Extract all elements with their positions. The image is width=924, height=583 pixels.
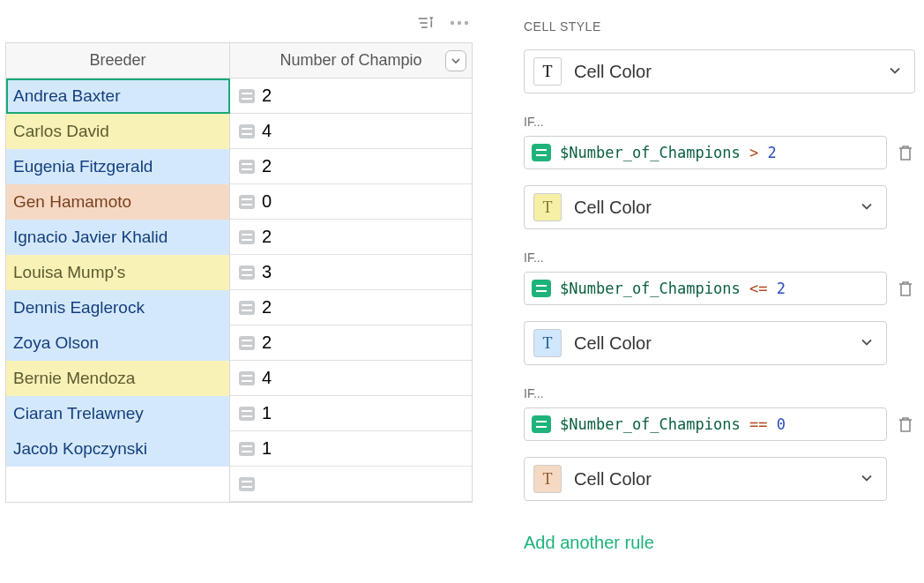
champions-cell[interactable]: 4 [230, 361, 472, 395]
formula-icon [532, 415, 551, 433]
champions-cell[interactable]: 2 [230, 149, 472, 183]
condition-text: $Number_of_Champions > 2 [560, 144, 777, 161]
cell-style-panel: CELL STYLE T Cell Color IF...$Number_of_… [481, 0, 924, 583]
breeder-cell[interactable]: Dennis Eaglerock [6, 290, 230, 325]
breeder-cell[interactable]: Zoya Olson [6, 325, 230, 361]
champions-cell[interactable]: 2 [230, 325, 472, 360]
column-header-label: Number of Champio [279, 51, 421, 70]
text-swatch-icon: T [533, 465, 562, 493]
formula-icon [532, 144, 551, 161]
table-row: Ciaran Trelawney1 [6, 396, 472, 431]
add-rule-button[interactable]: Add another rule [524, 533, 654, 553]
delete-rule-button[interactable] [896, 415, 915, 433]
reference-icon [239, 477, 255, 491]
grid-header-row: Breeder Number of Champio [6, 43, 472, 78]
champions-cell[interactable]: 3 [230, 255, 472, 289]
champions-cell[interactable]: 2 [230, 290, 472, 325]
reference-icon [239, 336, 255, 350]
column-header-label: Breeder [89, 51, 145, 70]
table-row: Andrea Baxter2 [6, 78, 472, 114]
reference-icon [239, 230, 255, 244]
condition-row: $Number_of_Champions > 2 [524, 136, 915, 169]
champions-cell[interactable]: 0 [230, 184, 472, 219]
reference-icon [239, 265, 255, 280]
condition-input[interactable]: $Number_of_Champions > 2 [524, 136, 887, 169]
breeder-cell[interactable]: Louisa Mump's [6, 255, 230, 290]
table-row: Bernie Mendoza4 [6, 361, 472, 396]
conditional-rule: IF...$Number_of_Champions == 0TCell Colo… [524, 386, 915, 501]
reference-icon [239, 160, 255, 174]
champions-cell-empty[interactable] [230, 467, 472, 501]
champions-cell[interactable]: 2 [230, 220, 472, 254]
table-row: Louisa Mump's3 [6, 255, 472, 290]
champions-cell[interactable]: 1 [230, 396, 472, 430]
condition-input[interactable]: $Number_of_Champions <= 2 [524, 272, 887, 305]
breeder-cell[interactable]: Bernie Mendoza [6, 361, 230, 396]
condition-text: $Number_of_Champions == 0 [560, 415, 786, 433]
condition-input[interactable]: $Number_of_Champions == 0 [524, 407, 887, 441]
breeder-cell[interactable]: Ignacio Javier Khalid [6, 220, 230, 255]
table-row: Gen Hamamoto0 [6, 184, 472, 220]
breeder-cell[interactable]: Carlos David [6, 114, 230, 149]
breeder-cell-empty[interactable] [6, 467, 230, 502]
filter-icon[interactable] [416, 14, 436, 32]
champions-value: 3 [262, 262, 272, 282]
reference-icon [239, 407, 255, 421]
reference-icon [239, 124, 255, 138]
table-row: Dennis Eaglerock2 [6, 290, 472, 325]
champions-cell[interactable]: 1 [230, 431, 472, 466]
column-header-breeder[interactable]: Breeder [6, 43, 230, 78]
column-menu-button[interactable] [445, 50, 466, 71]
select-label: Cell Color [574, 198, 652, 218]
delete-rule-button[interactable] [896, 280, 915, 297]
svg-point-6 [465, 21, 468, 25]
default-style-select[interactable]: T Cell Color [524, 49, 915, 93]
champions-value: 2 [262, 333, 272, 353]
data-grid: Breeder Number of Champio Andrea Baxter2… [5, 42, 473, 503]
table-row: Carlos David4 [6, 114, 472, 149]
condition-text: $Number_of_Champions <= 2 [560, 280, 786, 297]
condition-row: $Number_of_Champions == 0 [524, 407, 915, 441]
table-row: Zoya Olson2 [6, 325, 472, 361]
select-label: Cell Color [574, 62, 652, 82]
select-label: Cell Color [574, 469, 652, 490]
table-row: Jacob Kopczynski1 [6, 431, 472, 467]
data-grid-pane: Breeder Number of Champio Andrea Baxter2… [0, 0, 481, 583]
champions-value: 0 [262, 191, 272, 212]
breeder-cell[interactable]: Eugenia Fitzgerald [6, 149, 230, 184]
champions-value: 2 [262, 156, 272, 176]
reference-icon [239, 301, 255, 315]
champions-cell[interactable]: 2 [230, 78, 472, 113]
breeder-cell[interactable]: Andrea Baxter [6, 78, 230, 114]
text-swatch-icon: T [533, 57, 562, 86]
grid-toolbar [0, 0, 481, 42]
text-swatch-icon: T [533, 193, 562, 221]
reference-icon [239, 89, 255, 103]
breeder-cell[interactable]: Ciaran Trelawney [6, 396, 230, 431]
chevron-down-icon [860, 469, 874, 490]
champions-value: 1 [262, 438, 272, 459]
champions-cell[interactable]: 4 [230, 114, 472, 148]
reference-icon [239, 371, 255, 385]
reference-icon [239, 195, 255, 209]
reference-icon [239, 442, 255, 456]
more-icon[interactable] [448, 14, 471, 32]
breeder-cell[interactable]: Gen Hamamoto [6, 184, 230, 220]
delete-rule-button[interactable] [896, 144, 915, 161]
conditional-rule: IF...$Number_of_Champions <= 2TCell Colo… [524, 250, 915, 365]
table-row-empty [6, 467, 472, 502]
champions-value: 4 [262, 121, 272, 141]
champions-value: 4 [262, 368, 272, 388]
champions-value: 2 [262, 297, 272, 318]
champions-value: 1 [262, 403, 272, 423]
column-header-champions[interactable]: Number of Champio [230, 43, 472, 78]
if-label: IF... [524, 386, 915, 400]
rule-style-select[interactable]: TCell Color [524, 321, 887, 365]
svg-point-5 [458, 21, 461, 25]
if-label: IF... [524, 115, 915, 129]
conditional-rule: IF...$Number_of_Champions > 2TCell Color [524, 115, 915, 229]
formula-icon [532, 280, 551, 297]
breeder-cell[interactable]: Jacob Kopczynski [6, 431, 230, 467]
rule-style-select[interactable]: TCell Color [524, 185, 887, 229]
rule-style-select[interactable]: TCell Color [524, 457, 887, 501]
